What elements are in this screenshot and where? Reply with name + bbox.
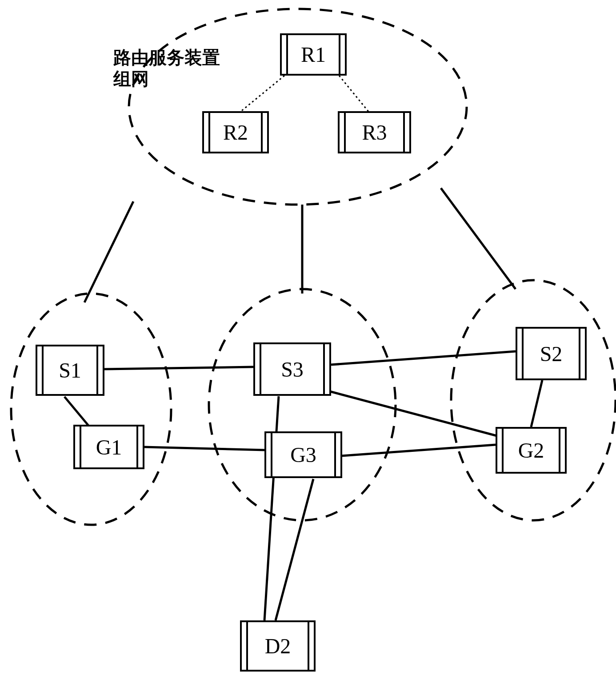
node-r2: R2: [202, 111, 269, 153]
connection-line-dotted: [339, 76, 369, 112]
connection-line-dotted: [240, 76, 284, 112]
node-r1: R1: [280, 33, 347, 76]
connection-line: [144, 447, 265, 450]
node-g3: G3: [264, 431, 342, 478]
node-s3: S3: [253, 342, 331, 396]
node-g1: G1: [73, 425, 144, 469]
node-label: G2: [518, 438, 544, 463]
connection-line: [84, 201, 133, 302]
connection-line: [276, 479, 313, 620]
connection-line: [331, 351, 516, 365]
connection-line: [264, 396, 279, 620]
node-label: G3: [290, 443, 316, 467]
connection-line: [104, 367, 253, 369]
title-label: 路由服务装置组网: [113, 47, 229, 89]
cluster-ellipse: [451, 280, 616, 520]
connection-line: [330, 391, 497, 436]
node-label: R3: [362, 120, 387, 145]
node-label: S3: [281, 357, 304, 382]
node-label: R2: [223, 120, 248, 145]
node-g2: G2: [496, 427, 567, 474]
connection-line: [64, 397, 89, 426]
node-label: G1: [96, 435, 122, 459]
connection-line: [531, 380, 542, 427]
node-label: S1: [59, 358, 81, 382]
node-r3: R3: [338, 111, 411, 153]
node-d2: D2: [240, 620, 316, 672]
cluster-ellipse: [209, 289, 396, 520]
node-label: S2: [540, 342, 563, 366]
connection-line: [441, 188, 516, 289]
cluster-ellipse: [11, 294, 171, 525]
node-label: D2: [265, 634, 291, 658]
node-s1: S1: [36, 345, 104, 396]
node-label: R1: [301, 42, 326, 67]
node-s2: S2: [516, 327, 587, 380]
connection-line: [341, 445, 496, 456]
